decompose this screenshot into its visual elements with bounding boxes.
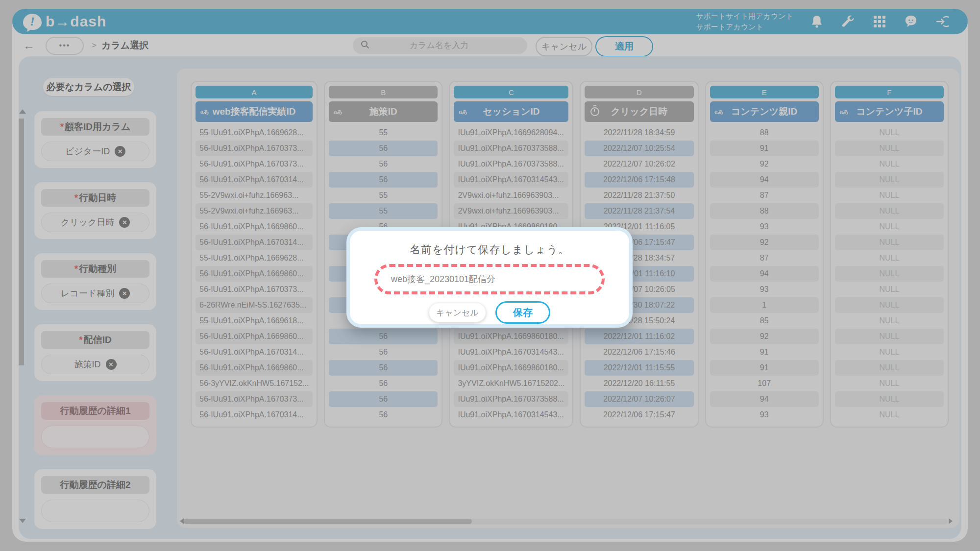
modal-save-button[interactable]: 保存 xyxy=(495,301,550,324)
save-dialog: 名前を付けて保存しましょう。 キャンセル 保存 xyxy=(346,227,633,328)
save-dialog-buttons: キャンセル 保存 xyxy=(350,301,629,324)
save-dialog-title: 名前を付けて保存しましょう。 xyxy=(350,242,629,257)
save-name-input[interactable] xyxy=(377,274,602,285)
save-name-field xyxy=(374,264,605,294)
modal-cancel-button[interactable]: キャンセル xyxy=(429,303,486,322)
